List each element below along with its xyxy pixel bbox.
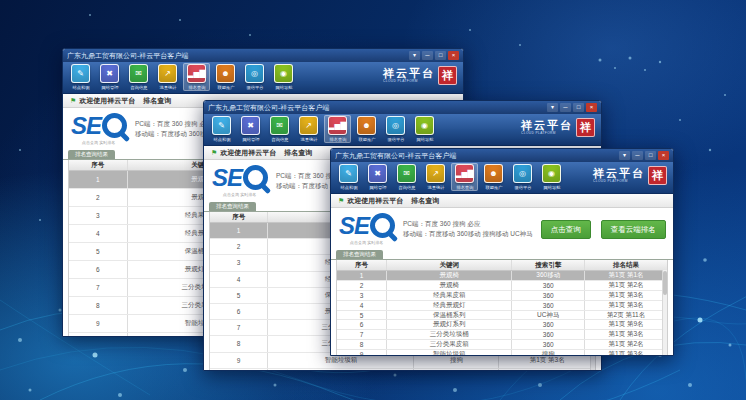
table-row[interactable]: 5保温桶系列UC神马第2页 第11名: [337, 311, 667, 321]
toolbar-item-alliance-promo[interactable]: ☻联盟推广: [480, 163, 507, 191]
toolbar-item-consult-info[interactable]: ✉咨询信息: [125, 63, 152, 91]
toolbar-item-rank-query[interactable]: ▂▅▇排名查询: [451, 163, 478, 191]
app-window-3: 广东九鼎工贸有限公司-祥云平台客户端 ▾ ─ □ × ✎站点检测✖网站管理✉咨询…: [330, 148, 674, 356]
table-row[interactable]: 10智能垃圾箱360第1页 第3名: [210, 369, 595, 370]
titlebar[interactable]: 广东九鼎工贸有限公司-祥云平台客户端 ▾ ─ □ ×: [63, 49, 463, 62]
maximize-button[interactable]: □: [573, 103, 584, 112]
toolbar-item-alliance-promo[interactable]: ☻联盟推广: [353, 115, 380, 143]
close-button[interactable]: ×: [586, 103, 597, 112]
tools-icon: ✖: [368, 164, 387, 183]
skin-button[interactable]: ▾: [547, 103, 558, 112]
table-row[interactable]: 7三分类垃圾桶360第1页 第3名: [337, 330, 667, 340]
seo-logo: SE 点击查询 实时排名: [212, 165, 268, 197]
cell-engine: 360: [512, 281, 585, 290]
breadcrumb-bar: ⚑ 欢迎使用祥云平台 排名查询: [331, 194, 673, 208]
table-row[interactable]: 3经典果皮箱360第1页 第3名: [337, 291, 667, 301]
toolbar-item-consult-info[interactable]: ✉咨询信息: [393, 163, 420, 191]
toolbar-item-traffic-stats[interactable]: ↗流量统计: [422, 163, 449, 191]
cell-kw: 智能垃圾箱: [387, 350, 512, 355]
bar-chart-icon: ▂▅▇: [455, 164, 474, 183]
magnifier-icon: [370, 213, 395, 238]
toolbar-item-wechat-platform[interactable]: ◎微信平台: [509, 163, 536, 191]
brand-badge-icon: 祥: [648, 166, 667, 185]
close-button[interactable]: ×: [658, 151, 669, 160]
cell-kw: 景观灯系列: [387, 320, 512, 329]
toolbar-item-alliance-promo[interactable]: ☻联盟推广: [212, 63, 239, 91]
cell-no: 9: [69, 315, 128, 332]
minimize-button[interactable]: ─: [560, 103, 571, 112]
result-tab[interactable]: 排名查询结果: [209, 202, 256, 211]
titlebar[interactable]: 广东九鼎工贸有限公司-祥云平台客户端 ▾ ─ □ ×: [331, 149, 673, 162]
toolbar-item-label: 网站管理: [369, 184, 386, 189]
minimize-button[interactable]: ─: [422, 51, 433, 60]
maximize-button[interactable]: □: [435, 51, 446, 60]
query-button[interactable]: 点击查询: [541, 220, 591, 239]
window-controls: ▾ ─ □ ×: [409, 51, 459, 60]
cell-kw: 经典果皮箱: [387, 291, 512, 300]
scrollbar-thumb[interactable]: [663, 271, 667, 295]
cell-no: 7: [337, 330, 387, 339]
seo-logo: SE 点击查询 实时排名: [339, 213, 395, 245]
seo-tagline: 点击查询 实时排名: [350, 240, 384, 245]
pencil-icon: ✎: [212, 116, 231, 135]
cell-kw: 景观椅: [387, 281, 512, 290]
cell-no: 9: [210, 353, 268, 368]
current-page-label: 排名查询: [284, 148, 312, 158]
cell-engine: 360: [512, 301, 585, 310]
toolbar-item-label: 网站导航: [543, 184, 560, 189]
minimize-button[interactable]: ─: [632, 151, 643, 160]
toolbar-item-traffic-stats[interactable]: ↗流量统计: [295, 115, 322, 143]
toolbar-item-site-check[interactable]: ✎站点检测: [67, 63, 94, 91]
table-scrollbar[interactable]: [662, 270, 667, 355]
toolbar-item-site-nav[interactable]: ◉网站导航: [270, 63, 297, 91]
table-row[interactable]: 6景观灯系列360第1页 第9名: [337, 320, 667, 330]
cell-no: 3: [337, 291, 387, 300]
view-cloud-rank-button[interactable]: 查看云端排名: [601, 220, 666, 239]
result-tab[interactable]: 排名查询结果: [68, 150, 115, 159]
toolbar-item-label: 微信平台: [514, 184, 531, 189]
close-button[interactable]: ×: [448, 51, 459, 60]
skin-button[interactable]: ▾: [619, 151, 630, 160]
toolbar-item-site-check[interactable]: ✎站点检测: [335, 163, 362, 191]
toolbar-item-wechat-platform[interactable]: ◎微信平台: [241, 63, 268, 91]
cell-no: 4: [337, 301, 387, 310]
cell-kw: 三分类垃圾桶: [387, 330, 512, 339]
table-row[interactable]: 9智能垃圾箱搜狗第1页 第3名: [337, 350, 667, 355]
toolbar-item-site-check[interactable]: ✎站点检测: [208, 115, 235, 143]
cell-engine: 360: [414, 369, 499, 370]
titlebar[interactable]: 广东九鼎工贸有限公司-祥云平台客户端 ▾ ─ □ ×: [204, 101, 601, 114]
toolbar-item-label: 咨询信息: [398, 184, 415, 189]
toolbar-item-site-manage[interactable]: ✖网站管理: [364, 163, 391, 191]
toolbar-item-consult-info[interactable]: ✉咨询信息: [266, 115, 293, 143]
mouse-icon: ◉: [274, 64, 293, 83]
window-controls: ▾ ─ □ ×: [547, 103, 597, 112]
cell-engine: 360移动: [512, 271, 585, 280]
message-icon: ✉: [129, 64, 148, 83]
table-row[interactable]: 1景观椅360移动第1页 第1名: [337, 271, 667, 281]
table-row[interactable]: 8三分类果皮箱360第1页 第2名: [337, 340, 667, 350]
maximize-button[interactable]: □: [645, 151, 656, 160]
pencil-icon: ✎: [71, 64, 90, 83]
cell-kw: 三分类果皮箱: [387, 340, 512, 349]
toolbar-item-site-manage[interactable]: ✖网站管理: [96, 63, 123, 91]
table-row[interactable]: 4经典景观灯360第1页 第3名: [337, 301, 667, 311]
toolbar-item-traffic-stats[interactable]: ↗流量统计: [154, 63, 181, 91]
skin-button[interactable]: ▾: [409, 51, 420, 60]
current-page-label: 排名查询: [143, 96, 171, 106]
toolbar-item-label: 流量统计: [300, 136, 317, 141]
cell-no: 5: [210, 288, 268, 303]
toolbar: ✎站点检测✖网站管理✉咨询信息↗流量统计▂▅▇排名查询☻联盟推广◎微信平台◉网站…: [331, 162, 673, 194]
toolbar-item-wechat-platform[interactable]: ◎微信平台: [382, 115, 409, 143]
brand-subtitle: CLOUD PLATFORM: [593, 179, 635, 183]
cell-rank: 第1页 第2名: [585, 340, 667, 349]
toolbar-item-site-manage[interactable]: ✖网站管理: [237, 115, 264, 143]
result-tab[interactable]: 排名查询结果: [336, 250, 383, 259]
bar-chart-icon: ▂▅▇: [187, 64, 206, 83]
table-row[interactable]: 2景观椅360第1页 第2名: [337, 281, 667, 291]
toolbar-item-site-nav[interactable]: ◉网站导航: [411, 115, 438, 143]
flag-icon: ⚑: [70, 94, 76, 107]
toolbar-item-rank-query[interactable]: ▂▅▇排名查询: [183, 63, 210, 91]
toolbar-item-site-nav[interactable]: ◉网站导航: [538, 163, 565, 191]
cell-engine: 搜狗: [512, 350, 585, 355]
toolbar-item-rank-query[interactable]: ▂▅▇排名查询: [324, 115, 351, 143]
